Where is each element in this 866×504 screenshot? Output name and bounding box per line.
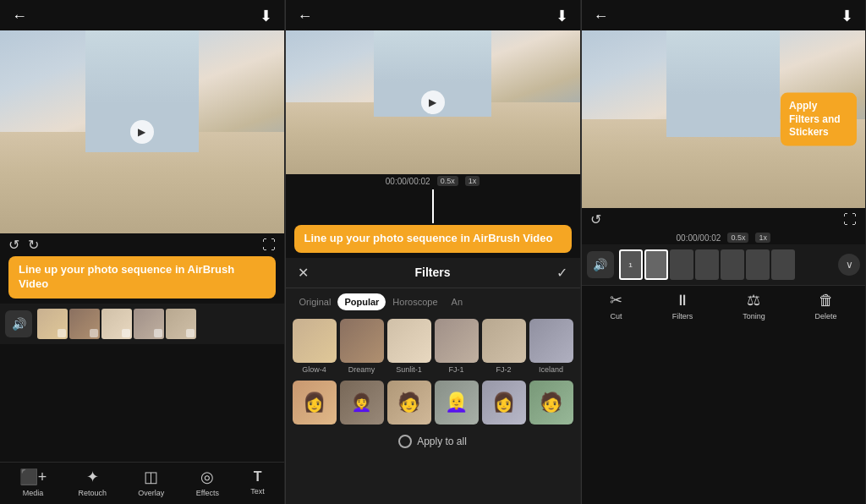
- filter-name-sunlit1: Sunlit-1: [396, 365, 422, 374]
- filter-name-iceland: Iceland: [539, 365, 563, 374]
- top-bar-3: ← ⬇: [582, 0, 866, 30]
- tooltip-2: Line up your photo sequence in AirBrush …: [294, 225, 572, 253]
- filters-close-icon[interactable]: ✕: [298, 265, 309, 281]
- toning-label: Toning: [743, 312, 765, 320]
- filter-thumb-p4: 👱‍♀️: [435, 381, 479, 425]
- timeline-1: 🔊: [0, 304, 284, 344]
- tool-overlay[interactable]: ◫ Overlay: [138, 468, 164, 497]
- tab-original[interactable]: Original: [293, 293, 338, 310]
- bottom-toolbar-1: ⬛+ Media ✦ Retouch ◫ Overlay ◎ Effects T…: [0, 462, 284, 504]
- chevron-button[interactable]: ∨: [838, 254, 860, 276]
- speed-1x-2[interactable]: 1x: [465, 176, 480, 186]
- speed-05x-2[interactable]: 0.5x: [437, 176, 458, 186]
- tab-horoscope[interactable]: Horoscope: [386, 293, 444, 310]
- bottom-toolbar-3: ✂ Cut ⏸ Filters ⚖ Toning 🗑 Delete: [582, 285, 866, 327]
- filter-tabs: Original Popular Horoscope An: [286, 288, 580, 315]
- back-icon-2[interactable]: ←: [298, 8, 313, 25]
- timeline-3: 🔊 1 ∨: [582, 244, 866, 285]
- video-preview-2: ▶: [286, 30, 580, 174]
- back-icon-3[interactable]: ←: [594, 8, 609, 25]
- filters-label: Filters: [672, 312, 693, 320]
- filters-panel: ✕ Filters ✓ Original Popular Horoscope A…: [286, 258, 580, 504]
- filter-p1[interactable]: 👩: [293, 381, 337, 425]
- controls-row-1: ↺ ↻ ⛶: [0, 233, 284, 256]
- filter-iceland[interactable]: Iceland: [529, 319, 573, 374]
- filter-p6[interactable]: 🧑: [529, 381, 573, 425]
- tool-text[interactable]: T Text: [250, 469, 265, 496]
- filter-thumb-fj2: [482, 319, 526, 363]
- video-preview-3: Apply Filters and Stickers: [582, 30, 866, 208]
- tool-cut[interactable]: ✂ Cut: [610, 291, 622, 320]
- apply-all-checkbox[interactable]: [398, 435, 412, 448]
- filter-p4[interactable]: 👱‍♀️: [435, 381, 479, 425]
- speed-1x-3[interactable]: 1x: [755, 233, 770, 243]
- speed-05x-3[interactable]: 0.5x: [727, 233, 748, 243]
- filmstrip-1: [37, 309, 279, 339]
- film-thumb-5[interactable]: [166, 309, 196, 339]
- fp3-3[interactable]: [670, 249, 693, 280]
- fp3-5[interactable]: [721, 249, 744, 280]
- sticker-tooltip: Apply Filters and Stickers: [781, 93, 857, 146]
- tool-delete[interactable]: 🗑 Delete: [815, 292, 837, 320]
- redo-icon-1[interactable]: ↻: [28, 237, 39, 253]
- filters-icon: ⏸: [675, 292, 690, 310]
- tool-filters[interactable]: ⏸ Filters: [672, 292, 693, 320]
- tooltip-1: Line up your photo sequence in AirBrush …: [8, 256, 276, 299]
- timecode-2: 00:00/00:02: [386, 177, 430, 186]
- media-icon: ⬛+: [19, 468, 47, 486]
- download-icon-1[interactable]: ⬇: [260, 7, 272, 25]
- filter-dreamy[interactable]: Dreamy: [340, 319, 384, 374]
- filter-p5[interactable]: 👩: [482, 381, 526, 425]
- apply-all-row[interactable]: Apply to all: [286, 428, 580, 455]
- filmstrip-3: 1: [619, 249, 834, 280]
- cut-label: Cut: [610, 312, 622, 320]
- filter-fj2[interactable]: FJ-2: [482, 319, 526, 374]
- filters-title: Filters: [414, 266, 450, 279]
- expand-icon-3[interactable]: ⛶: [843, 212, 857, 227]
- video-preview-1: ▶: [0, 30, 284, 233]
- film-thumb-2[interactable]: [69, 309, 100, 339]
- panel-1: ← ⬇ ▶ ↺ ↻ ⛶ Line up your photo sequence …: [0, 0, 285, 504]
- undo-icon-1[interactable]: ↺: [8, 237, 19, 253]
- media-label: Media: [23, 489, 44, 497]
- fp3-1[interactable]: 1: [619, 249, 643, 280]
- film-thumb-1[interactable]: [37, 309, 68, 339]
- film-thumb-4[interactable]: [134, 309, 164, 339]
- filter-thumb-iceland: [529, 319, 573, 363]
- fp3-2[interactable]: [644, 249, 668, 280]
- filters-check-icon[interactable]: ✓: [556, 265, 567, 281]
- tool-toning[interactable]: ⚖ Toning: [743, 291, 765, 320]
- filter-sunlit1[interactable]: Sunlit-1: [387, 319, 431, 374]
- tool-retouch[interactable]: ✦ Retouch: [78, 468, 107, 497]
- undo-redo-group: ↺ ↻: [8, 237, 39, 253]
- download-icon-3[interactable]: ⬇: [841, 7, 853, 25]
- filter-glow4[interactable]: Glow-4: [293, 319, 337, 374]
- timecode-bar-3: 00:00/00:02 0.5x 1x: [582, 231, 866, 244]
- filter-p2[interactable]: 👩‍🦱: [340, 381, 384, 425]
- play-button-2[interactable]: ▶: [421, 90, 445, 114]
- timecode-bar-2: 00:00/00:02 0.5x 1x: [286, 174, 580, 188]
- film-thumb-3[interactable]: [101, 309, 132, 339]
- download-icon-2[interactable]: ⬇: [556, 7, 568, 25]
- filter-fj1[interactable]: FJ-1: [435, 319, 479, 374]
- play-button-1[interactable]: ▶: [130, 120, 154, 144]
- text-label: Text: [250, 487, 265, 496]
- expand-icon-1[interactable]: ⛶: [262, 238, 276, 253]
- filter-p3[interactable]: 🧑: [387, 381, 431, 425]
- fp3-4[interactable]: [695, 249, 719, 280]
- tab-an[interactable]: An: [445, 293, 469, 310]
- filter-thumb-p2: 👩‍🦱: [340, 381, 384, 425]
- filter-name-glow4: Glow-4: [302, 365, 326, 374]
- audio-button-3[interactable]: 🔊: [587, 251, 614, 278]
- fp3-7[interactable]: [771, 249, 795, 280]
- back-icon-1[interactable]: ←: [12, 8, 27, 25]
- retouch-icon: ✦: [86, 468, 99, 486]
- fp3-6[interactable]: [746, 249, 770, 280]
- tool-media[interactable]: ⬛+ Media: [19, 468, 47, 497]
- retouch-label: Retouch: [78, 489, 107, 497]
- tool-effects[interactable]: ◎ Effects: [196, 468, 219, 497]
- tab-popular[interactable]: Popular: [337, 293, 386, 310]
- filter-thumb-sunlit1: [387, 319, 431, 363]
- audio-button-1[interactable]: 🔊: [5, 310, 32, 337]
- undo-icon-3[interactable]: ↺: [590, 211, 601, 227]
